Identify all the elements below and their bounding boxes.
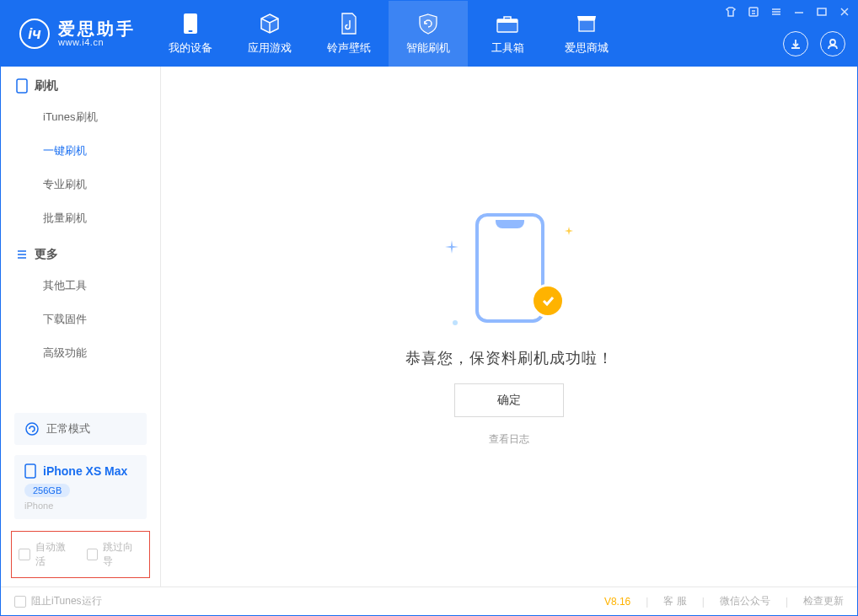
nav-tab-device[interactable]: 我的设备 (151, 1, 230, 67)
minimize-icon[interactable] (791, 4, 807, 19)
status-bar: 阻止iTunes运行 V8.16 | 客 服 | 微信公众号 | 检查更新 (1, 587, 857, 615)
sparkle-icon (565, 227, 573, 235)
app-window: iч 爱思助手 www.i4.cn 我的设备 应用游戏 (0, 0, 858, 616)
success-message: 恭喜您，保资料刷机成功啦！ (405, 348, 614, 368)
device-subtype: iPhone (24, 501, 137, 511)
svg-point-11 (453, 320, 458, 325)
nav-tab-apps[interactable]: 应用游戏 (230, 1, 309, 67)
version-label: V8.16 (604, 596, 630, 608)
footer-link-update[interactable]: 检查更新 (803, 594, 844, 608)
tshirt-icon[interactable] (723, 4, 738, 19)
device-storage: 256GB (24, 484, 70, 497)
svg-rect-10 (25, 464, 35, 478)
user-icon[interactable] (820, 31, 845, 56)
checkbox-auto-activate[interactable]: 自动激活 (19, 540, 75, 569)
sidebar-item-download-firmware[interactable]: 下载固件 (1, 303, 160, 336)
svg-point-7 (830, 40, 835, 45)
view-log-link[interactable]: 查看日志 (489, 432, 529, 447)
body-area: 刷机 iTunes刷机 一键刷机 专业刷机 批量刷机 更多 其他工具 下载固件 … (1, 67, 857, 587)
store-icon (574, 12, 599, 35)
close-icon[interactable] (837, 4, 852, 19)
sidebar-item-advanced[interactable]: 高级功能 (1, 336, 160, 370)
footer-link-support[interactable]: 客 服 (663, 594, 686, 608)
checkbox-skip-guide[interactable]: 跳过向导 (87, 540, 143, 569)
nav-tabs: 我的设备 应用游戏 铃声壁纸 智能刷机 (151, 1, 626, 67)
nav-tab-flash[interactable]: 智能刷机 (389, 1, 468, 67)
phone-icon (178, 12, 203, 35)
sidebar-group-flash: 刷机 (1, 67, 160, 100)
feedback-icon[interactable] (746, 4, 761, 19)
sidebar: 刷机 iTunes刷机 一键刷机 专业刷机 批量刷机 更多 其他工具 下载固件 … (1, 67, 161, 587)
sidebar-item-pro-flash[interactable]: 专业刷机 (1, 168, 160, 201)
svg-rect-5 (749, 8, 758, 16)
app-logo[interactable]: iч 爱思助手 www.i4.cn (1, 1, 151, 67)
sparkle-icon (452, 319, 458, 326)
check-badge-icon (531, 284, 565, 318)
nav-tab-ringtone[interactable]: 铃声壁纸 (309, 1, 389, 67)
list-icon (16, 249, 28, 260)
svg-rect-4 (579, 20, 594, 31)
app-name-en: www.i4.cn (58, 37, 136, 47)
logo-icon: iч (19, 19, 50, 49)
menu-icon[interactable] (769, 4, 784, 19)
svg-rect-6 (818, 8, 826, 15)
sidebar-item-oneclick-flash[interactable]: 一键刷机 (1, 134, 160, 168)
phone-small-icon (24, 463, 36, 479)
app-name-cn: 爱思助手 (58, 20, 136, 37)
main-content: 恭喜您，保资料刷机成功啦！ 确定 查看日志 (161, 67, 857, 587)
footer-link-wechat[interactable]: 微信公众号 (720, 594, 770, 608)
music-file-icon (336, 12, 362, 35)
nav-tab-store[interactable]: 爱思商城 (547, 1, 626, 67)
header-actions (783, 31, 845, 56)
download-icon[interactable] (783, 31, 808, 56)
shield-refresh-icon (416, 12, 441, 35)
sidebar-item-other-tools[interactable]: 其他工具 (1, 269, 160, 303)
svg-rect-1 (189, 30, 193, 32)
refresh-icon (24, 421, 40, 437)
svg-rect-8 (17, 79, 27, 93)
highlighted-options: 自动激活 跳过向导 (11, 531, 150, 578)
sidebar-item-batch-flash[interactable]: 批量刷机 (1, 201, 160, 235)
checkbox-block-itunes[interactable]: 阻止iTunes运行 (14, 594, 102, 608)
sparkle-icon (445, 240, 458, 254)
device-mode-box[interactable]: 正常模式 (14, 413, 147, 445)
toolbox-icon (495, 12, 520, 35)
svg-rect-3 (497, 19, 517, 23)
sidebar-item-itunes-flash[interactable]: iTunes刷机 (1, 100, 160, 134)
success-illustration (450, 206, 568, 333)
app-header: iч 爱思助手 www.i4.cn 我的设备 应用游戏 (1, 1, 857, 67)
window-controls (723, 4, 852, 19)
device-name: iPhone XS Max (43, 464, 127, 478)
sidebar-group-more: 更多 (1, 235, 160, 269)
ok-button[interactable]: 确定 (454, 383, 564, 417)
phone-small-icon (16, 78, 28, 94)
nav-tab-tools[interactable]: 工具箱 (468, 1, 547, 67)
device-mode-label: 正常模式 (46, 421, 90, 437)
device-card[interactable]: iPhone XS Max 256GB iPhone (14, 455, 147, 519)
cube-icon (257, 12, 282, 35)
svg-point-9 (26, 423, 38, 435)
maximize-icon[interactable] (814, 4, 829, 19)
